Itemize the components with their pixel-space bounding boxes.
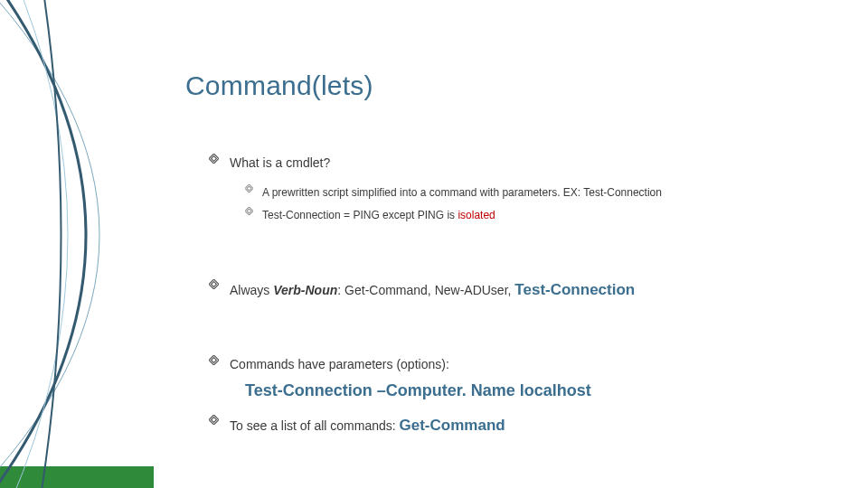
bullet-text: Commands have parameters (options): xyxy=(230,355,449,373)
bullet-text: What is a cmdlet? xyxy=(230,154,330,172)
slide-content: Command(lets) What is a cmdlet? A prewri… xyxy=(185,70,832,462)
diamond-icon xyxy=(245,184,253,192)
svg-rect-0 xyxy=(0,466,154,488)
bullet-text: To see a list of all commands: Get-Comma… xyxy=(230,415,505,437)
sub-bullet: A prewritten script simplified into a co… xyxy=(245,184,832,202)
diamond-icon xyxy=(209,154,219,164)
bullet-parameters: Commands have parameters (options): xyxy=(209,355,832,373)
bullet-get-command: To see a list of all commands: Get-Comma… xyxy=(209,415,832,437)
diamond-icon xyxy=(209,279,219,289)
bullet-text: Always Verb-Noun: Get-Command, New-ADUse… xyxy=(230,279,635,302)
example-command: Test-Connection –Computer. Name localhos… xyxy=(245,381,832,400)
diamond-icon xyxy=(209,415,219,425)
bullet-verb-noun: Always Verb-Noun: Get-Command, New-ADUse… xyxy=(209,279,832,302)
diamond-icon xyxy=(245,207,253,215)
highlight-isolated: isolated xyxy=(458,209,495,221)
sub-bullet: Test-Connection = PING except PING is is… xyxy=(245,207,832,224)
diamond-icon xyxy=(209,355,219,365)
highlight-test-connection: Test-Connection xyxy=(514,281,635,298)
bullet-what-is-cmdlet: What is a cmdlet? A prewritten script si… xyxy=(209,154,832,225)
sub-bullet-text: A prewritten script simplified into a co… xyxy=(262,184,662,202)
highlight-get-command: Get-Command xyxy=(400,417,505,434)
sub-bullet-text: Test-Connection = PING except PING is is… xyxy=(262,207,495,224)
slide-title: Command(lets) xyxy=(185,70,832,101)
